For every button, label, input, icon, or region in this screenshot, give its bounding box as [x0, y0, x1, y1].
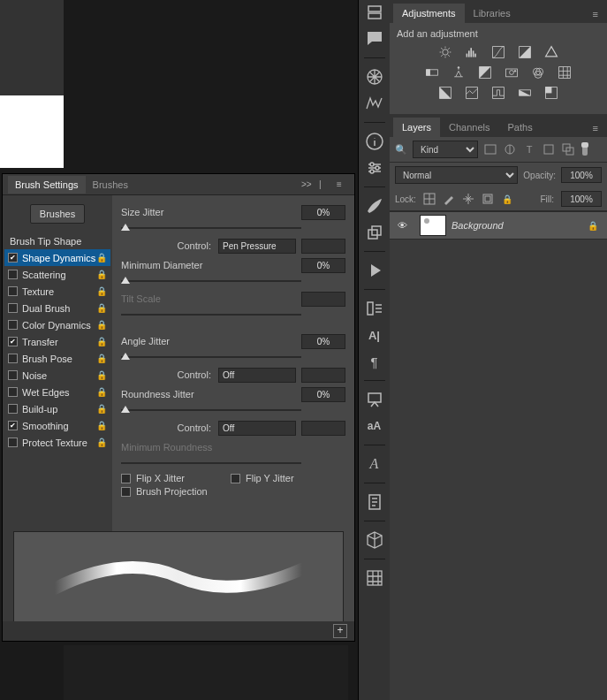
sidebar-item-texture[interactable]: Texture 🔒 [4, 283, 110, 300]
color-lookup-icon[interactable] [556, 65, 573, 80]
lock-icon[interactable]: 🔒 [96, 370, 107, 380]
sidebar-item-wet-edges[interactable]: Wet Edges 🔒 [4, 384, 110, 400]
roundness-jitter-slider[interactable] [121, 404, 345, 415]
lock-position-icon[interactable] [462, 193, 474, 205]
color-balance-icon[interactable] [450, 65, 467, 80]
lock-icon[interactable]: 🔒 [96, 387, 107, 397]
clone-source-panel-icon[interactable] [364, 222, 385, 243]
lock-all-icon[interactable]: 🔒 [501, 193, 513, 205]
angle-control-extra-input[interactable] [301, 368, 345, 383]
checkbox-icon[interactable]: ✔ [8, 421, 18, 430]
checkbox-icon[interactable] [8, 354, 18, 363]
lock-icon[interactable]: 🔒 [96, 303, 107, 313]
fill-input[interactable] [561, 191, 602, 207]
checkbox-icon[interactable] [8, 438, 18, 447]
layer-thumbnail[interactable] [420, 215, 446, 236]
layer-name[interactable]: Background [451, 220, 588, 231]
gradient-map-icon[interactable] [516, 85, 534, 101]
slider-thumb-icon[interactable] [121, 406, 130, 413]
checkbox-icon[interactable] [8, 270, 18, 279]
lock-icon[interactable]: 🔒 [96, 253, 107, 262]
actions-panel-icon[interactable] [364, 260, 385, 281]
tab-layers[interactable]: Layers [393, 118, 440, 137]
exposure-icon[interactable] [516, 44, 534, 60]
slider-thumb-icon[interactable] [121, 353, 130, 360]
lock-icon[interactable]: 🔒 [96, 404, 107, 414]
layer-visibility-icon[interactable]: 👁 [390, 220, 414, 231]
paragraph-styles-panel-icon[interactable] [364, 298, 385, 319]
comments-panel-icon[interactable] [364, 28, 385, 49]
checkbox-icon[interactable] [8, 320, 18, 330]
new-brush-preset-button[interactable]: + [333, 624, 347, 638]
panel-menu-icon[interactable]: ≡ [588, 5, 603, 23]
filter-toggle[interactable] [582, 143, 588, 156]
lock-icon[interactable]: 🔒 [96, 286, 107, 296]
measurement-panel-icon[interactable] [364, 567, 385, 589]
selective-color-icon[interactable] [543, 85, 560, 101]
slider-thumb-icon[interactable] [121, 277, 130, 284]
size-jitter-slider[interactable] [121, 222, 345, 232]
character-styles-panel-icon[interactable]: aA [364, 415, 385, 437]
flip-y-checkbox[interactable] [231, 474, 240, 483]
filter-smart-icon[interactable] [561, 142, 575, 156]
checkbox-icon[interactable] [8, 404, 18, 414]
channel-mixer-icon[interactable] [529, 65, 547, 80]
tab-adjustments[interactable]: Adjustments [393, 4, 465, 23]
vibrance-icon[interactable] [543, 44, 560, 60]
roundness-jitter-input[interactable] [301, 387, 345, 402]
min-diameter-input[interactable] [301, 258, 345, 273]
checkbox-icon[interactable]: ✔ [8, 253, 18, 262]
filter-pixel-icon[interactable] [483, 142, 497, 156]
paragraph-panel-icon[interactable]: ¶ [364, 351, 385, 372]
size-jitter-input[interactable] [301, 205, 345, 220]
checkbox-icon[interactable] [8, 286, 18, 296]
notes-panel-icon[interactable] [364, 491, 385, 513]
roundness-control-select[interactable]: Off [218, 421, 296, 436]
angle-jitter-slider[interactable] [121, 351, 345, 361]
sidebar-item-scattering[interactable]: Scattering 🔒 [4, 266, 110, 283]
panel-menu-icon[interactable]: ≡ [588, 119, 603, 137]
brush-projection-checkbox[interactable] [121, 487, 131, 497]
lock-artboard-icon[interactable] [482, 193, 494, 205]
tab-brush-settings[interactable]: Brush Settings [8, 176, 86, 194]
levels-icon[interactable] [463, 44, 481, 60]
lock-icon[interactable]: 🔒 [96, 421, 107, 430]
sidebar-item-transfer[interactable]: ✔ Transfer 🔒 [4, 333, 110, 350]
sidebar-item-smoothing[interactable]: ✔ Smoothing 🔒 [4, 417, 110, 434]
layer-lock-icon[interactable]: 🔒 [588, 221, 607, 231]
brightness-contrast-icon[interactable] [436, 44, 454, 60]
layer-filter-kind-select[interactable]: Kind [413, 141, 478, 158]
layer-row-background[interactable]: 👁 Background 🔒 [390, 211, 607, 240]
tab-libraries[interactable]: Libraries [465, 4, 520, 23]
invert-icon[interactable] [436, 85, 454, 101]
filter-shape-icon[interactable] [542, 142, 556, 156]
angle-control-select[interactable]: Off [218, 368, 296, 383]
sidebar-item-dual-brush[interactable]: Dual Brush 🔒 [4, 300, 110, 316]
posterize-icon[interactable] [463, 85, 481, 101]
hue-sat-icon[interactable] [423, 65, 441, 80]
lock-icon[interactable]: 🔒 [96, 337, 107, 346]
tab-paths[interactable]: Paths [499, 118, 542, 137]
flip-x-checkbox[interactable] [121, 474, 131, 483]
angle-jitter-input[interactable] [301, 334, 345, 349]
character-panel-icon[interactable]: A| [364, 324, 385, 346]
black-white-icon[interactable] [476, 65, 494, 80]
lock-transparency-icon[interactable] [423, 193, 436, 205]
sidebar-item-brush-tip-shape[interactable]: Brush Tip Shape [4, 232, 110, 249]
threshold-icon[interactable] [489, 85, 507, 101]
collapse-icon[interactable]: >> [301, 179, 314, 190]
roundness-control-extra-input[interactable] [301, 421, 345, 436]
sidebar-item-protect-texture[interactable]: Protect Texture 🔒 [4, 434, 110, 451]
filter-type-icon[interactable]: T [522, 142, 536, 156]
size-control-extra-input[interactable] [301, 239, 345, 254]
sidebar-item-brush-pose[interactable]: Brush Pose 🔒 [4, 350, 110, 367]
checkbox-icon[interactable] [8, 387, 18, 397]
size-control-select[interactable]: Pen Pressure [218, 239, 296, 254]
lock-icon[interactable]: 🔒 [96, 354, 107, 363]
lock-icon[interactable]: 🔒 [96, 270, 107, 279]
min-diameter-slider[interactable] [121, 275, 345, 285]
lock-icon[interactable]: 🔒 [96, 438, 107, 447]
brushes-button[interactable]: Brushes [30, 204, 85, 224]
checkbox-icon[interactable] [8, 370, 18, 380]
brush-settings-panel-icon[interactable] [364, 195, 385, 217]
